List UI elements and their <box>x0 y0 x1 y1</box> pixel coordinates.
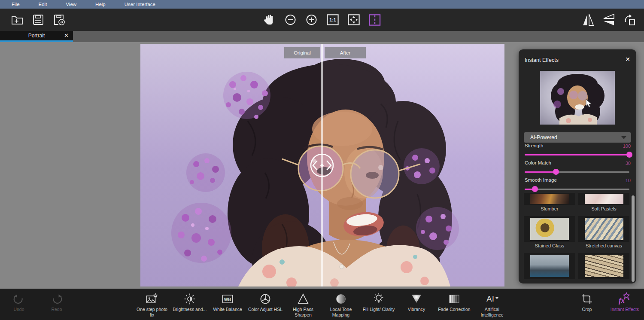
color-match-slider[interactable] <box>525 169 629 175</box>
svg-text:fx: fx <box>619 296 625 305</box>
compare-handle[interactable] <box>311 154 333 177</box>
after-overlay <box>322 44 504 286</box>
white-balance-button[interactable]: WB White Balance <box>209 291 246 312</box>
effect-soft-pastels[interactable]: Soft Pastels <box>578 193 629 212</box>
bottom-toolbar: Undo Redo One step photo fix <box>0 289 644 320</box>
tool-label: Crop <box>582 307 592 312</box>
file-tools-group <box>9 9 67 31</box>
menu-view[interactable]: View <box>66 2 76 7</box>
effect-label: Soft Pastels <box>578 205 629 212</box>
menu-edit[interactable]: Edit <box>39 2 47 7</box>
zoom-out-button[interactable] <box>283 12 298 27</box>
flower-cluster-left-mid <box>186 153 225 192</box>
menu-help[interactable]: Help <box>95 2 106 7</box>
effect-slumber[interactable]: Slumber <box>524 193 575 212</box>
save-button[interactable] <box>30 12 46 27</box>
redo-button[interactable]: Redo <box>38 291 76 312</box>
actual-size-label: 1:1 <box>329 17 336 22</box>
tool-label: Color Adjust HSL <box>248 307 283 312</box>
actual-size-button[interactable]: 1:1 <box>325 12 340 27</box>
vibrancy-button[interactable]: Vibrancy <box>398 291 435 312</box>
effects-grid: Slumber Soft Pastels Stained Glass <box>524 193 629 279</box>
fade-correction-button[interactable]: Fade Correction <box>435 291 473 312</box>
rotate-icon <box>623 13 636 27</box>
menu-file[interactable]: File <box>12 2 20 7</box>
effect-thumbnail <box>530 255 569 277</box>
flower-cluster-top <box>223 72 270 119</box>
effect-stained-glass[interactable]: Stained Glass <box>524 216 575 249</box>
instant-effects-panel: Instant Effects ✕ <box>519 49 636 283</box>
tool-label: Fade Correction <box>438 307 470 312</box>
save-as-button[interactable] <box>52 12 67 27</box>
tool-label: One step photo fix <box>134 307 170 317</box>
instant-effects-button[interactable]: fx Instant Effects <box>606 291 644 312</box>
tab-close-icon[interactable]: ✕ <box>64 32 69 40</box>
save-as-icon <box>52 13 66 27</box>
instant-effects-icon: fx <box>617 292 632 306</box>
smooth-image-label: Smooth Image <box>525 177 557 183</box>
effect-thumbnail <box>585 218 623 240</box>
fit-screen-button[interactable] <box>346 12 361 27</box>
new-image-icon <box>10 13 24 27</box>
color-match-value: 30 <box>626 161 631 166</box>
artificial-intelligence-button[interactable]: AI Artifical Intelligence <box>473 291 511 317</box>
menu-user-interface[interactable]: User Interface <box>125 2 155 7</box>
tool-label: Instant Effects <box>611 307 639 312</box>
crop-icon <box>580 293 593 305</box>
effect-preview-image <box>540 71 615 125</box>
slider-thumb[interactable] <box>553 169 559 175</box>
panel-close-icon[interactable]: ✕ <box>625 56 630 63</box>
smooth-image-slider[interactable] <box>525 186 629 192</box>
flip-vertical-icon <box>602 13 616 27</box>
crop-button[interactable]: Crop <box>568 291 606 312</box>
effect-preview[interactable] <box>540 71 615 125</box>
new-image-button[interactable] <box>9 12 25 27</box>
brightness-button[interactable]: Brightness and... <box>171 291 209 312</box>
slider-thumb[interactable] <box>532 186 538 192</box>
redo-icon <box>50 293 63 305</box>
redo-label: Redo <box>51 307 62 312</box>
hsl-wheel-icon <box>259 293 272 305</box>
effect-item-5[interactable] <box>524 253 575 279</box>
actual-size-icon: 1:1 <box>326 13 339 26</box>
high-pass-sharpen-button[interactable]: High Pass Sharpen <box>284 291 322 317</box>
zoom-in-icon <box>305 13 318 26</box>
high-pass-icon <box>297 293 310 305</box>
compare-view-icon <box>368 13 381 27</box>
original-label: Original <box>284 47 320 58</box>
one-step-photo-fix-button[interactable]: One step photo fix <box>133 291 171 317</box>
zoom-in-button[interactable] <box>304 12 319 27</box>
svg-text:WB: WB <box>224 297 231 302</box>
strength-slider[interactable] <box>525 152 629 158</box>
local-tone-mapping-button[interactable]: Local Tone Mapping <box>322 291 360 317</box>
fit-screen-icon <box>347 13 360 26</box>
pan-hand-icon <box>263 13 276 26</box>
panel-scrollbar[interactable] <box>632 195 635 282</box>
effect-stretched-canvas[interactable]: Stretched canvas <box>578 216 629 249</box>
mouse-cursor <box>586 99 593 108</box>
tool-label: High Pass Sharpen <box>285 307 321 317</box>
photo-fix-icon <box>146 293 158 305</box>
effect-thumbnail <box>530 218 569 240</box>
compare-view-button[interactable] <box>367 12 383 27</box>
color-adjust-hsl-button[interactable]: Color Adjust HSL <box>246 291 284 312</box>
effect-label: Stained Glass <box>524 242 575 249</box>
strength-label: Strength <box>525 143 543 148</box>
fill-light-clarity-button[interactable]: Fill Light/ Clarity <box>360 291 398 312</box>
transform-tools-group <box>580 9 637 31</box>
view-tools-group: 1:1 <box>262 9 383 31</box>
slider-thumb[interactable] <box>626 152 632 158</box>
tool-label: Local Tone Mapping <box>323 307 359 317</box>
brightness-icon <box>183 293 196 305</box>
tab-portrait[interactable]: Portrait ✕ <box>0 31 73 40</box>
pan-hand-button[interactable] <box>262 12 277 27</box>
flip-horizontal-button[interactable] <box>580 12 596 27</box>
color-match-label: Color Match <box>525 160 551 165</box>
undo-button[interactable]: Undo <box>0 291 38 312</box>
svg-text:AI: AI <box>486 294 494 303</box>
flip-vertical-button[interactable] <box>601 12 617 27</box>
effect-mode-dropdown[interactable]: AI-Powered <box>524 132 631 143</box>
effect-item-6[interactable] <box>578 253 629 279</box>
rotate-button[interactable] <box>622 12 637 27</box>
tab-label: Portrait <box>28 33 45 39</box>
